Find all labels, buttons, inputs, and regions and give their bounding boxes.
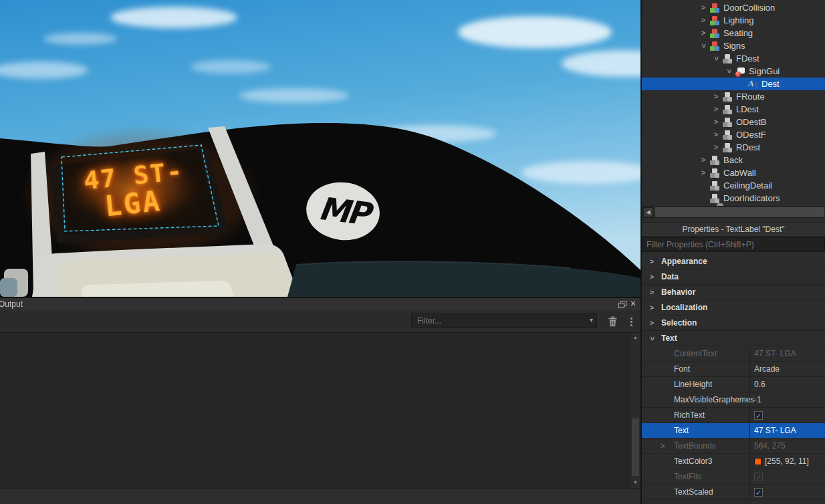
explorer-item-label: Back [723, 155, 743, 165]
section-text[interactable]: Text [642, 331, 825, 346]
chevron-right-icon[interactable] [647, 273, 657, 281]
clear-output-button[interactable] [606, 315, 619, 328]
hscrollbar-thumb[interactable] [655, 207, 824, 217]
explorer-item-ldest[interactable]: LDest [642, 103, 825, 116]
output-filter-input[interactable] [411, 313, 597, 328]
explorer-item-seating[interactable]: Seating [642, 27, 825, 39]
chevron-down-icon[interactable] [711, 55, 721, 62]
explorer-item-lighting[interactable]: Lighting [642, 14, 825, 27]
chevron-right-icon[interactable] [699, 156, 708, 164]
maxvisiblegraphemes-value[interactable]: -1 [750, 392, 825, 407]
right-dock: DoorCollision Lighting Seating Signs FDe [642, 0, 825, 504]
vscrollbar-thumb[interactable] [632, 418, 639, 476]
scroll-left-arrow-icon[interactable] [643, 207, 653, 217]
scroll-down-arrow-icon[interactable] [630, 478, 640, 487]
explorer-item-signgui[interactable]: SignGui [642, 65, 825, 78]
output-filter-dropdown[interactable] [411, 313, 597, 328]
chevron-right-icon[interactable] [699, 4, 708, 11]
roblox-studio-window: 47 ST- LGA MP DoorCollision Lighting [0, 0, 825, 504]
checkbox-checked-disabled [754, 473, 763, 481]
chevron-right-icon[interactable] [711, 118, 721, 126]
properties-title: Properties - TextLabel "Dest" [642, 222, 825, 237]
chevron-right-icon[interactable] [661, 442, 669, 450]
output-log-area[interactable] [0, 332, 640, 488]
part-icon [709, 180, 720, 191]
explorer-item-label: FDest [736, 53, 759, 64]
explorer-item-label: CabWall [723, 168, 756, 178]
chevron-down-icon[interactable] [647, 335, 657, 342]
properties-filter [642, 237, 825, 253]
close-icon[interactable] [628, 298, 638, 310]
chevron-right-icon[interactable] [699, 169, 708, 176]
explorer-item-label: Signs [723, 41, 745, 51]
part-icon [722, 104, 733, 115]
explorer-item-back[interactable]: Back [642, 154, 825, 166]
section-appearance[interactable]: Appearance [642, 254, 825, 269]
chevron-right-icon[interactable] [647, 304, 657, 311]
property-row-textfits: TextFits [642, 469, 825, 485]
kebab-menu-icon[interactable] [627, 315, 635, 328]
property-row-contenttext: ContentText 47 ST- LGA [642, 346, 825, 362]
explorer-item-label: SignGui [749, 66, 780, 76]
explorer-item-label: DoorCollision [723, 3, 775, 13]
textlabel-icon [747, 79, 758, 90]
section-selection[interactable]: Selection [642, 316, 825, 331]
chevron-right-icon[interactable] [711, 144, 721, 151]
explorer-item-label: RDest [736, 142, 760, 152]
explorer-item-signs[interactable]: Signs [642, 39, 825, 52]
color-swatch[interactable] [754, 458, 761, 465]
trash-icon [608, 316, 618, 327]
checkbox-checked[interactable] [754, 488, 763, 497]
explorer-item-froute[interactable]: FRoute [642, 90, 825, 103]
scroll-up-arrow-icon[interactable] [630, 333, 640, 342]
output-titlebar: Output [0, 298, 640, 310]
chevron-right-icon[interactable] [699, 17, 708, 24]
part-icon [722, 142, 733, 153]
explorer-item-ceilingdetail[interactable]: CeilingDetail [642, 179, 825, 192]
model-icon [709, 15, 720, 26]
explorer-item-odestf[interactable]: ODestF [642, 128, 825, 141]
explorer-item-dest[interactable]: Dest [642, 78, 825, 90]
output-title: Output [0, 299, 23, 309]
chevron-right-icon[interactable] [711, 106, 721, 113]
explorer-hscrollbar[interactable] [642, 206, 825, 217]
model-icon [709, 28, 720, 39]
chevron-right-icon[interactable] [711, 93, 721, 100]
property-row-textbounds: TextBounds 564, 275 [642, 438, 825, 454]
explorer-item-cabwall[interactable]: CabWall [642, 166, 825, 179]
property-row-richtext: RichText [642, 408, 825, 423]
output-vscrollbar[interactable] [630, 333, 640, 489]
checkbox-checked[interactable] [754, 411, 763, 420]
part-icon [722, 117, 733, 128]
output-hscrollbar[interactable] [0, 488, 640, 504]
explorer-item-fdest[interactable]: FDest [642, 52, 825, 65]
section-localization[interactable]: Localization [642, 300, 825, 316]
chevron-right-icon[interactable] [647, 320, 657, 327]
viewport-3d[interactable]: 47 ST- LGA MP [0, 0, 640, 297]
explorer-item-odestb[interactable]: ODestB [642, 116, 825, 128]
explorer-item-doorcollision[interactable]: DoorCollision [642, 1, 825, 14]
part-icon [722, 92, 733, 102]
text-value[interactable]: 47 ST- LGA [750, 423, 825, 438]
textcolor3-value[interactable]: [255, 92, 11] [765, 457, 809, 466]
chevron-down-icon[interactable] [724, 68, 733, 75]
chevron-right-icon[interactable] [647, 289, 657, 296]
viewport-scene: 47 ST- LGA MP [0, 0, 640, 297]
chevron-right-icon[interactable] [699, 29, 708, 37]
explorer-item-doorindicators[interactable]: DoorIndicators [642, 192, 825, 205]
chevron-down-icon[interactable] [699, 42, 708, 49]
float-window-icon[interactable] [618, 301, 626, 307]
section-behavior[interactable]: Behavior [642, 285, 825, 300]
properties-filter-input[interactable] [642, 237, 825, 252]
chevron-right-icon[interactable] [647, 258, 657, 265]
section-data[interactable]: Data [642, 269, 825, 285]
explorer-item-label: Lighting [723, 15, 754, 25]
lineheight-value[interactable]: 0.6 [750, 377, 825, 392]
explorer-item-label: CeilingDetail [723, 180, 772, 191]
part-icon [722, 53, 733, 64]
explorer-item-label: FRoute [736, 92, 765, 102]
chevron-right-icon[interactable] [711, 131, 721, 138]
explorer-item-label: Seating [723, 28, 753, 38]
font-value[interactable]: Arcade [750, 362, 825, 376]
explorer-item-rdest[interactable]: RDest [642, 141, 825, 154]
